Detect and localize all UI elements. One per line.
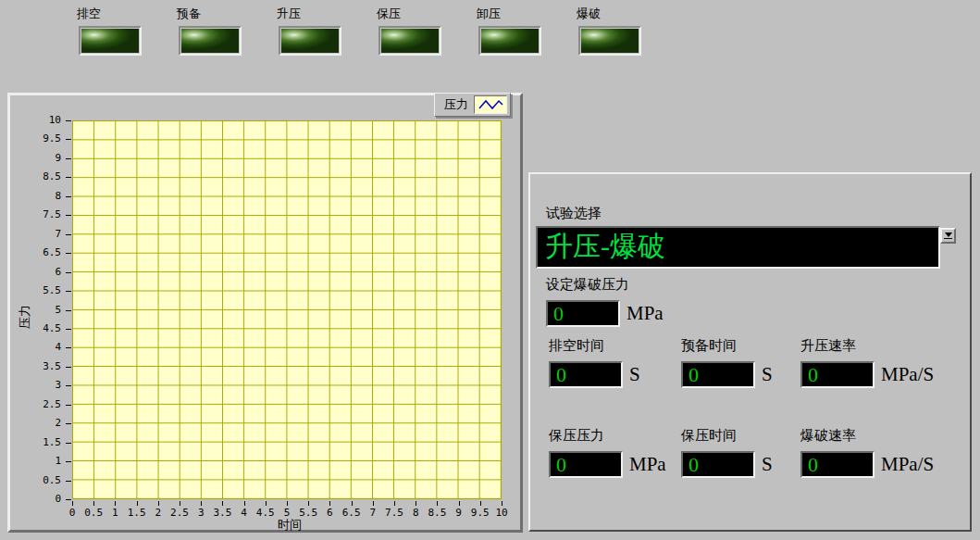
x-tick-mark: [72, 501, 73, 506]
unit-label: MPa/S: [881, 363, 934, 386]
y-tick-mark: [66, 461, 71, 462]
burst-rate-input[interactable]: 0: [800, 451, 875, 478]
led-indicator: [578, 26, 641, 56]
field-hold-pressure: 保压压力 0 MPa: [549, 427, 666, 478]
y-tick-label: 1.5: [10, 437, 61, 448]
led-indicator: [179, 26, 242, 56]
y-tick-mark: [66, 367, 71, 368]
x-tick-mark: [308, 501, 309, 506]
x-tick-mark: [459, 501, 460, 506]
y-tick-mark: [66, 310, 71, 311]
field-label: 保压时间: [681, 427, 773, 445]
x-tick-mark: [480, 501, 481, 506]
legend-series-label: 压力: [444, 96, 468, 113]
hold-time-input[interactable]: 0: [681, 451, 755, 478]
x-axis-label: 时间: [253, 517, 327, 534]
y-tick-mark: [66, 234, 71, 235]
x-tick-mark: [93, 501, 94, 506]
field-set-burst-pressure: 设定爆破压力 0 MPa: [546, 276, 664, 327]
y-tick-label: 7: [10, 229, 61, 240]
led-label: 爆破: [577, 6, 641, 22]
y-tick-label: 0: [10, 494, 61, 505]
y-tick-mark: [66, 158, 71, 159]
led-lamp: [581, 29, 639, 53]
y-tick-label: 4: [10, 342, 61, 353]
unit-label: MPa: [629, 453, 666, 476]
field-vent-time: 排空时间 0 S: [549, 337, 640, 388]
vent-time-input[interactable]: 0: [549, 361, 623, 388]
x-tick-mark: [437, 501, 438, 506]
x-tick-label: 10: [486, 508, 517, 519]
x-tick-mark: [373, 501, 374, 506]
chart-legend[interactable]: 压力: [434, 93, 511, 117]
x-tick-mark: [222, 501, 223, 506]
y-tick-mark: [66, 177, 71, 178]
x-tick-mark: [180, 501, 180, 506]
y-tick-mark: [66, 139, 71, 140]
plot-area: [72, 120, 502, 499]
field-label: 升压速率: [800, 337, 934, 355]
field-label: 爆破速率: [800, 427, 934, 445]
led-lamp: [481, 29, 539, 53]
rise-rate-input[interactable]: 0: [800, 361, 875, 388]
led-label: 卸压: [477, 6, 541, 22]
led-indicator: [279, 26, 341, 56]
waveform-icon[interactable]: [474, 95, 507, 114]
y-tick-label: 2: [10, 418, 61, 429]
led-lamp: [81, 29, 139, 53]
x-tick-mark: [244, 501, 245, 506]
led-vent: 排空: [79, 6, 142, 56]
chevron-down-icon: [945, 232, 952, 237]
y-axis-label: 压力: [17, 298, 33, 335]
y-tick-mark: [66, 120, 71, 121]
x-tick-mark: [137, 501, 138, 506]
y-tick-mark: [66, 481, 71, 482]
y-tick-mark: [66, 443, 71, 444]
y-tick-label: 9.5: [10, 133, 61, 144]
y-tick-label: 2.5: [10, 399, 61, 410]
field-label: 保压压力: [549, 427, 666, 445]
test-select-value: 升压-爆破: [545, 231, 665, 261]
x-tick-mark: [158, 501, 159, 506]
unit-label: S: [762, 453, 773, 476]
y-tick-mark: [66, 253, 71, 254]
field-rise-rate: 升压速率 0 MPa/S: [800, 337, 934, 388]
y-tick-label: 3: [10, 380, 61, 391]
led-burst: 爆破: [578, 6, 641, 56]
set-burst-pressure-input[interactable]: 0: [546, 300, 620, 327]
field-hold-time: 保压时间 0 S: [681, 427, 773, 478]
y-tick-label: 0.5: [10, 475, 61, 486]
unit-label: MPa: [626, 302, 664, 325]
test-settings-panel: 试验选择 升压-爆破 设定爆破压力 0 MPa 排空时间 0 S 预备时间 0 …: [528, 172, 972, 532]
led-indicator: [378, 26, 441, 56]
y-tick-label: 8.5: [10, 171, 61, 182]
y-tick-mark: [66, 347, 71, 348]
unit-label: S: [762, 363, 773, 386]
led-pressurize: 升压: [279, 6, 341, 56]
y-tick-label: 5.5: [10, 285, 61, 296]
test-select-ring[interactable]: 升压-爆破: [536, 226, 940, 269]
y-tick-mark: [66, 215, 71, 216]
y-tick-mark: [66, 272, 71, 273]
hold-pressure-input[interactable]: 0: [549, 451, 623, 478]
led-label: 升压: [277, 6, 341, 22]
unit-label: MPa/S: [881, 453, 934, 476]
led-lamp: [281, 29, 339, 53]
x-tick-mark: [502, 501, 502, 506]
y-tick-label: 9: [10, 153, 61, 164]
x-tick-mark: [115, 501, 116, 506]
led-indicator: [478, 26, 541, 56]
field-label: 设定爆破压力: [546, 276, 664, 294]
field-label: 预备时间: [681, 337, 773, 355]
chevron-underline: [944, 238, 952, 239]
y-tick-mark: [66, 423, 71, 424]
y-tick-mark: [66, 291, 71, 292]
y-tick-label: 6.5: [10, 247, 61, 258]
field-prepare-time: 预备时间 0 S: [681, 337, 773, 388]
field-label: 排空时间: [549, 337, 640, 355]
test-select-dropdown-button[interactable]: [940, 228, 956, 244]
field-burst-rate: 爆破速率 0 MPa/S: [800, 427, 934, 478]
x-tick-mark: [416, 501, 416, 506]
led-label: 保压: [377, 6, 441, 22]
prepare-time-input[interactable]: 0: [681, 361, 755, 388]
